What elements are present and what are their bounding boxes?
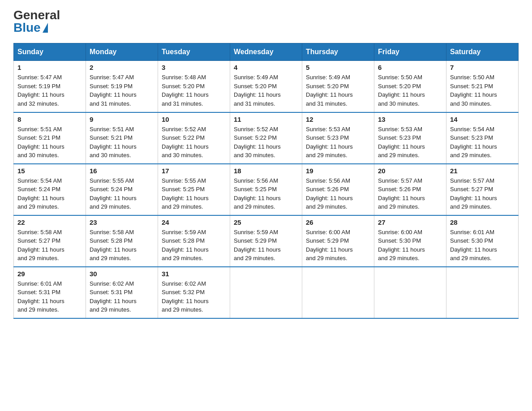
calendar-day-cell: 6 Sunrise: 5:50 AM Sunset: 5:20 PM Dayli… [374, 61, 446, 112]
calendar-day-cell: 21 Sunrise: 5:57 AM Sunset: 5:27 PM Dayl… [446, 164, 519, 215]
calendar-day-cell: 24 Sunrise: 5:59 AM Sunset: 5:28 PM Dayl… [158, 215, 230, 267]
calendar-day-cell [230, 267, 302, 318]
logo-blue-text: Blue [13, 21, 48, 34]
day-info: Sunrise: 5:53 AM Sunset: 5:23 PM Dayligh… [378, 126, 425, 159]
day-number: 25 [234, 218, 298, 226]
calendar-day-cell: 15 Sunrise: 5:54 AM Sunset: 5:24 PM Dayl… [14, 164, 86, 215]
day-number: 14 [450, 116, 515, 123]
page-header: General Blue [13, 9, 519, 34]
calendar-day-cell: 22 Sunrise: 5:58 AM Sunset: 5:27 PM Dayl… [14, 215, 86, 267]
calendar-day-cell: 28 Sunrise: 6:01 AM Sunset: 5:30 PM Dayl… [446, 215, 519, 267]
calendar-day-cell: 18 Sunrise: 5:56 AM Sunset: 5:25 PM Dayl… [230, 164, 302, 215]
day-number: 5 [306, 64, 370, 71]
calendar-day-cell: 3 Sunrise: 5:48 AM Sunset: 5:20 PM Dayli… [158, 61, 230, 112]
calendar-day-cell: 11 Sunrise: 5:52 AM Sunset: 5:22 PM Dayl… [230, 112, 302, 164]
calendar-day-cell: 27 Sunrise: 6:00 AM Sunset: 5:30 PM Dayl… [374, 215, 446, 267]
day-number: 26 [306, 218, 370, 226]
calendar-day-cell: 2 Sunrise: 5:47 AM Sunset: 5:19 PM Dayli… [86, 61, 158, 112]
calendar-table: SundayMondayTuesdayWednesdayThursdayFrid… [13, 43, 519, 319]
logo-general-text: General [13, 9, 60, 21]
calendar-day-cell [302, 267, 374, 318]
header-thursday: Thursday [302, 43, 374, 61]
day-info: Sunrise: 5:47 AM Sunset: 5:19 PM Dayligh… [17, 74, 64, 107]
calendar-day-cell: 1 Sunrise: 5:47 AM Sunset: 5:19 PM Dayli… [14, 61, 86, 112]
day-info: Sunrise: 5:53 AM Sunset: 5:23 PM Dayligh… [306, 126, 353, 159]
day-info: Sunrise: 6:00 AM Sunset: 5:29 PM Dayligh… [306, 229, 353, 262]
day-info: Sunrise: 5:57 AM Sunset: 5:26 PM Dayligh… [378, 177, 425, 210]
day-number: 6 [378, 64, 442, 71]
day-info: Sunrise: 5:47 AM Sunset: 5:19 PM Dayligh… [90, 74, 137, 107]
day-info: Sunrise: 6:01 AM Sunset: 5:30 PM Dayligh… [450, 229, 497, 262]
calendar-day-cell: 16 Sunrise: 5:55 AM Sunset: 5:24 PM Dayl… [86, 164, 158, 215]
calendar-week-row: 8 Sunrise: 5:51 AM Sunset: 5:21 PM Dayli… [14, 112, 519, 164]
calendar-week-row: 1 Sunrise: 5:47 AM Sunset: 5:19 PM Dayli… [14, 61, 519, 112]
day-info: Sunrise: 5:51 AM Sunset: 5:21 PM Dayligh… [90, 126, 137, 159]
logo-triangle-icon [43, 23, 48, 33]
day-info: Sunrise: 5:48 AM Sunset: 5:20 PM Dayligh… [162, 74, 209, 107]
calendar-day-cell: 19 Sunrise: 5:56 AM Sunset: 5:26 PM Dayl… [302, 164, 374, 215]
calendar-day-cell: 13 Sunrise: 5:53 AM Sunset: 5:23 PM Dayl… [374, 112, 446, 164]
calendar-day-cell: 30 Sunrise: 6:02 AM Sunset: 5:31 PM Dayl… [86, 267, 158, 318]
day-number: 23 [90, 218, 154, 226]
day-number: 15 [17, 167, 82, 175]
day-info: Sunrise: 5:54 AM Sunset: 5:24 PM Dayligh… [17, 177, 64, 210]
day-info: Sunrise: 5:58 AM Sunset: 5:27 PM Dayligh… [17, 229, 64, 262]
day-number: 29 [17, 270, 82, 278]
calendar-day-cell: 5 Sunrise: 5:49 AM Sunset: 5:20 PM Dayli… [302, 61, 374, 112]
day-number: 4 [234, 64, 298, 71]
calendar-week-row: 29 Sunrise: 6:01 AM Sunset: 5:31 PM Dayl… [14, 267, 519, 318]
calendar-day-cell: 26 Sunrise: 6:00 AM Sunset: 5:29 PM Dayl… [302, 215, 374, 267]
logo: General Blue [13, 9, 60, 34]
day-number: 3 [162, 64, 226, 71]
day-info: Sunrise: 5:57 AM Sunset: 5:27 PM Dayligh… [450, 177, 497, 210]
calendar-day-cell: 17 Sunrise: 5:55 AM Sunset: 5:25 PM Dayl… [158, 164, 230, 215]
day-number: 31 [162, 270, 226, 278]
header-tuesday: Tuesday [158, 43, 230, 61]
day-number: 28 [450, 218, 515, 226]
calendar-day-cell: 7 Sunrise: 5:50 AM Sunset: 5:21 PM Dayli… [446, 61, 519, 112]
day-info: Sunrise: 5:56 AM Sunset: 5:25 PM Dayligh… [234, 177, 281, 210]
day-info: Sunrise: 5:59 AM Sunset: 5:28 PM Dayligh… [162, 229, 209, 262]
day-info: Sunrise: 5:49 AM Sunset: 5:20 PM Dayligh… [306, 74, 353, 107]
day-info: Sunrise: 6:01 AM Sunset: 5:31 PM Dayligh… [17, 280, 64, 313]
calendar-day-cell: 14 Sunrise: 5:54 AM Sunset: 5:23 PM Dayl… [446, 112, 519, 164]
header-saturday: Saturday [446, 43, 519, 61]
header-row: SundayMondayTuesdayWednesdayThursdayFrid… [14, 43, 519, 61]
day-number: 24 [162, 218, 226, 226]
day-number: 7 [450, 64, 515, 71]
day-info: Sunrise: 5:55 AM Sunset: 5:24 PM Dayligh… [90, 177, 137, 210]
day-number: 18 [234, 167, 298, 175]
day-number: 21 [450, 167, 515, 175]
calendar-week-row: 22 Sunrise: 5:58 AM Sunset: 5:27 PM Dayl… [14, 215, 519, 267]
calendar-day-cell: 12 Sunrise: 5:53 AM Sunset: 5:23 PM Dayl… [302, 112, 374, 164]
calendar-body: 1 Sunrise: 5:47 AM Sunset: 5:19 PM Dayli… [14, 61, 519, 318]
day-info: Sunrise: 5:49 AM Sunset: 5:20 PM Dayligh… [234, 74, 281, 107]
calendar-day-cell [374, 267, 446, 318]
day-info: Sunrise: 6:02 AM Sunset: 5:32 PM Dayligh… [162, 280, 209, 313]
day-number: 9 [90, 116, 154, 123]
day-info: Sunrise: 5:50 AM Sunset: 5:20 PM Dayligh… [378, 74, 425, 107]
calendar-day-cell: 8 Sunrise: 5:51 AM Sunset: 5:21 PM Dayli… [14, 112, 86, 164]
day-number: 22 [17, 218, 82, 226]
calendar-day-cell: 31 Sunrise: 6:02 AM Sunset: 5:32 PM Dayl… [158, 267, 230, 318]
day-number: 2 [90, 64, 154, 71]
day-info: Sunrise: 6:00 AM Sunset: 5:30 PM Dayligh… [378, 229, 425, 262]
calendar-day-cell: 23 Sunrise: 5:58 AM Sunset: 5:28 PM Dayl… [86, 215, 158, 267]
day-info: Sunrise: 5:50 AM Sunset: 5:21 PM Dayligh… [450, 74, 497, 107]
day-number: 20 [378, 167, 442, 175]
day-number: 10 [162, 116, 226, 123]
day-number: 27 [378, 218, 442, 226]
calendar-day-cell: 10 Sunrise: 5:52 AM Sunset: 5:22 PM Dayl… [158, 112, 230, 164]
day-info: Sunrise: 5:52 AM Sunset: 5:22 PM Dayligh… [234, 126, 281, 159]
day-number: 30 [90, 270, 154, 278]
calendar-day-cell [446, 267, 519, 318]
day-number: 1 [17, 64, 82, 71]
day-info: Sunrise: 5:59 AM Sunset: 5:29 PM Dayligh… [234, 229, 281, 262]
day-info: Sunrise: 5:51 AM Sunset: 5:21 PM Dayligh… [17, 126, 64, 159]
header-wednesday: Wednesday [230, 43, 302, 61]
day-info: Sunrise: 5:52 AM Sunset: 5:22 PM Dayligh… [162, 126, 209, 159]
day-number: 12 [306, 116, 370, 123]
calendar-day-cell: 29 Sunrise: 6:01 AM Sunset: 5:31 PM Dayl… [14, 267, 86, 318]
header-monday: Monday [86, 43, 158, 61]
day-info: Sunrise: 5:54 AM Sunset: 5:23 PM Dayligh… [450, 126, 497, 159]
